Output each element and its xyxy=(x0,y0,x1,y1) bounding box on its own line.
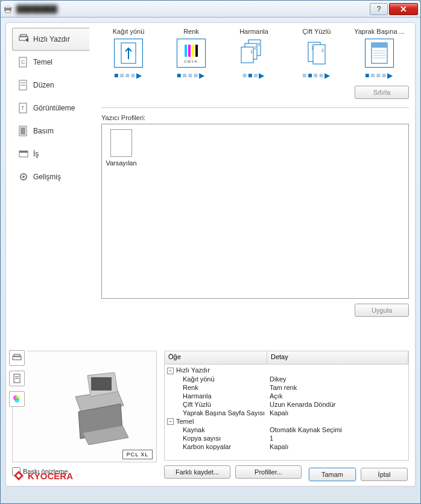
tab-layout[interactable]: Düzen xyxy=(12,74,90,97)
sidebar: Hızlı Yazdır C Temel Düzen T Görüntüleme… xyxy=(12,28,90,345)
window-buttons: ? ✕ xyxy=(370,3,418,15)
table-row[interactable]: −Temel xyxy=(165,417,408,426)
main-panel: Kağıt yönü ■■■■▶ Renk C M Y K ■■■■▶ Harm… xyxy=(90,28,409,345)
option-label: Renk xyxy=(164,28,218,35)
tab-quick-print[interactable]: Hızlı Yazdır xyxy=(12,28,90,51)
option-collate[interactable]: Harmanla 321 ■■■▶ xyxy=(227,28,281,80)
tab-basic[interactable]: C Temel xyxy=(12,51,90,74)
svg-text:1: 1 xyxy=(311,46,314,50)
apply-button[interactable]: Uygula xyxy=(355,304,409,317)
dialog-window: ████████ ? ✕ Hızlı Yazdır C Temel Düzen xyxy=(0,0,421,504)
svg-rect-20 xyxy=(188,45,191,57)
close-button[interactable]: ✕ xyxy=(389,3,418,15)
gear-icon xyxy=(17,172,30,182)
kyocera-logo-icon xyxy=(13,470,24,481)
table-row[interactable]: −Hızlı Yazdır xyxy=(165,366,408,375)
cell-detail: Kapalı xyxy=(270,409,406,416)
svg-rect-21 xyxy=(192,45,194,57)
svg-text:C M Y K: C M Y K xyxy=(184,60,197,63)
tab-advanced[interactable]: Gelişmiş xyxy=(12,165,90,188)
option-label: Yaprak Başına ... xyxy=(352,28,407,35)
window-title: ████████ xyxy=(16,5,57,13)
save-as-button[interactable]: Farklı kaydet... xyxy=(164,465,230,479)
profile-default[interactable]: Varsayılan xyxy=(107,129,136,167)
table-row[interactable]: Yaprak Başına Sayfa SayısıKapalı xyxy=(165,409,408,417)
table-row[interactable]: Kağıt yönüDikey xyxy=(165,375,408,383)
tab-imaging[interactable]: T Görüntüleme xyxy=(12,97,90,120)
view-page-icon[interactable] xyxy=(9,371,25,386)
profiles-list[interactable]: Varsayılan xyxy=(101,124,409,299)
option-color[interactable]: Renk C M Y K ■■■■▶ xyxy=(164,28,218,80)
option-duplex[interactable]: Çift Yüzlü 12 ■■■■▶ xyxy=(290,28,344,80)
tab-job[interactable]: İş xyxy=(12,142,90,165)
quick-print-icon xyxy=(17,34,30,45)
svg-text:1: 1 xyxy=(250,49,253,54)
profiles-button[interactable]: Profiller... xyxy=(235,465,302,479)
svg-point-17 xyxy=(22,176,25,178)
cell-detail: Dikey xyxy=(270,375,406,383)
option-orientation[interactable]: Kağıt yönü ■■■■▶ xyxy=(101,28,156,80)
svg-rect-15 xyxy=(19,151,28,153)
tab-label: Görüntüleme xyxy=(33,104,75,112)
brand-name: KYOCERA xyxy=(28,471,73,481)
cell-item: Kaynak xyxy=(183,426,205,433)
profile-thumb-icon xyxy=(110,129,132,157)
cell-detail: Kapalı xyxy=(270,443,406,450)
column-item[interactable]: Öğe xyxy=(165,351,267,364)
publishing-icon xyxy=(17,126,30,136)
tab-publishing[interactable]: Basım xyxy=(12,120,90,142)
profile-name: Varsayılan xyxy=(106,159,136,167)
svg-point-52 xyxy=(14,398,19,403)
preview-panel: PCL XL xyxy=(12,351,157,462)
cancel-button[interactable]: İptal xyxy=(361,468,408,481)
tab-label: Gelişmiş xyxy=(33,173,61,181)
svg-rect-22 xyxy=(195,45,198,57)
view-color-icon[interactable] xyxy=(9,391,25,407)
tab-label: Temel xyxy=(33,58,52,66)
cell-item: Yaprak Başına Sayfa Sayısı xyxy=(183,409,265,416)
divider xyxy=(101,107,409,108)
table-row[interactable]: KaynakOtomatik Kaynak Seçimi xyxy=(165,426,408,434)
printer-image xyxy=(57,372,142,445)
column-detail[interactable]: Detay xyxy=(267,351,408,364)
cell-item: Çift Yüzlü xyxy=(183,401,211,408)
duplex-icon: 12 xyxy=(302,39,331,68)
dialog-body: Hızlı Yazdır C Temel Düzen T Görüntüleme… xyxy=(5,22,416,486)
view-printer-icon[interactable] xyxy=(9,350,25,366)
layout-icon xyxy=(17,80,30,91)
ok-button[interactable]: Tamam xyxy=(309,468,356,481)
cell-detail: Uzun Kenarda Döndür xyxy=(270,401,406,408)
table-row[interactable]: Kopya sayısı1 xyxy=(165,434,408,442)
quick-options-row: Kağıt yönü ■■■■▶ Renk C M Y K ■■■■▶ Harm… xyxy=(101,28,409,80)
tab-label: Basım xyxy=(33,127,54,135)
reset-button[interactable]: Sıfırla xyxy=(355,86,409,99)
option-pages-per-sheet[interactable]: Yaprak Başına ... ■■■■▶ xyxy=(352,28,407,80)
cell-item: Harmanla xyxy=(183,392,212,400)
cell-item: Renk xyxy=(183,384,198,391)
cell-detail: 1 xyxy=(270,435,406,442)
imaging-icon: T xyxy=(17,103,30,113)
table-row[interactable]: Karbon kopyalarKapalı xyxy=(165,442,408,451)
table-body[interactable]: −Hızlı YazdırKağıt yönüDikeyRenkTam renk… xyxy=(165,365,408,460)
table-row[interactable]: RenkTam renk xyxy=(165,383,408,392)
cell-detail xyxy=(270,418,406,426)
svg-rect-31 xyxy=(313,45,325,64)
table-row[interactable]: HarmanlaAçık xyxy=(165,392,408,400)
svg-text:T: T xyxy=(21,105,25,111)
cell-detail xyxy=(270,366,406,374)
svg-text:C: C xyxy=(21,59,25,65)
svg-rect-2 xyxy=(5,10,10,13)
table-header: Öğe Detay xyxy=(165,351,408,365)
basic-icon: C xyxy=(17,57,30,68)
help-button[interactable]: ? xyxy=(370,3,388,15)
settings-table: Öğe Detay −Hızlı YazdırKağıt yönüDikeyRe… xyxy=(164,351,409,461)
option-stepper: ■■■■▶ xyxy=(302,71,331,80)
table-row[interactable]: Çift YüzlüUzun Kenarda Döndür xyxy=(165,400,408,409)
cell-item: Hızlı Yazdır xyxy=(176,366,210,374)
svg-rect-19 xyxy=(185,45,187,57)
svg-text:3: 3 xyxy=(258,42,260,46)
cell-detail: Tam renk xyxy=(270,384,406,391)
svg-rect-35 xyxy=(372,43,387,48)
profiles-label: Yazıcı Profileri: xyxy=(101,114,409,121)
option-label: Çift Yüzlü xyxy=(290,28,344,35)
